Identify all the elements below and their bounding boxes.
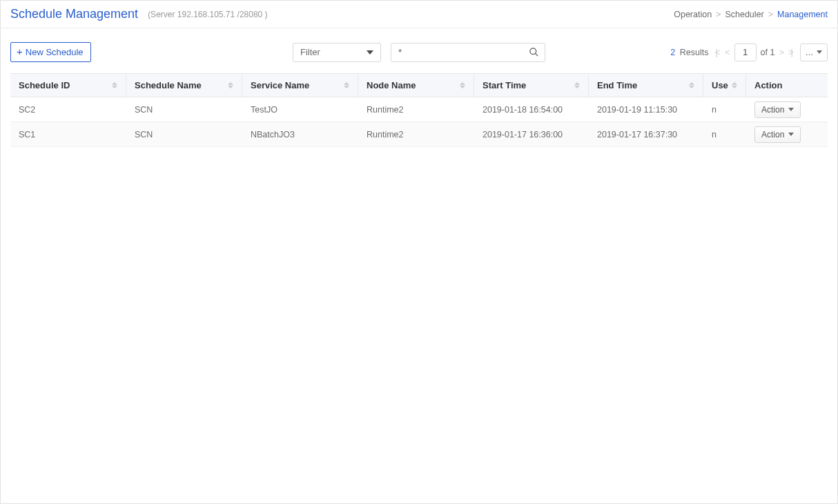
cell-schedule-id: SC2: [10, 97, 126, 122]
page-input[interactable]: [734, 43, 757, 61]
chevron-right-icon: >: [716, 10, 721, 19]
new-schedule-button[interactable]: + New Schedule: [10, 42, 91, 62]
toolbar: + New Schedule Filter 2 Resul: [1, 28, 837, 73]
breadcrumb-level2[interactable]: Scheduler: [725, 10, 763, 19]
row-action-button[interactable]: Action: [754, 126, 801, 143]
cell-service-name: TestJO: [242, 97, 358, 122]
sort-icon: [460, 82, 465, 88]
chevron-down-icon: [367, 50, 373, 55]
cell-node-name: Runtime2: [358, 122, 474, 146]
breadcrumb: Operation > Scheduler > Management: [674, 10, 828, 19]
cell-schedule-name: SCN: [126, 122, 242, 146]
col-service-name[interactable]: Service Name: [242, 74, 358, 97]
page-next-icon[interactable]: >: [779, 47, 784, 57]
filter-select[interactable]: Filter: [293, 43, 381, 62]
chevron-down-icon: [788, 108, 794, 111]
server-info: (Server 192.168.105.71 /28080 ): [148, 10, 267, 19]
results-count: 2: [670, 48, 675, 57]
page-header: Schedule Management (Server 192.168.105.…: [1, 1, 837, 28]
cell-service-name: NBatchJO3: [242, 122, 358, 146]
pager: |< < of 1 > >|: [715, 43, 793, 61]
cell-end-time: 2019-01-19 11:15:30: [589, 97, 703, 122]
search-icon[interactable]: [529, 47, 539, 57]
cell-start-time: 2019-01-18 16:54:00: [474, 97, 589, 122]
cell-schedule-name: SCN: [126, 97, 242, 122]
results-text: 2 Results: [670, 48, 708, 57]
search-input[interactable]: [397, 46, 525, 58]
new-schedule-label: New Schedule: [26, 47, 84, 57]
table-header-row: Schedule ID Schedule Name Service Name N…: [10, 74, 828, 97]
row-action-button[interactable]: Action: [754, 101, 801, 118]
cell-start-time: 2019-01-17 16:36:00: [474, 122, 589, 146]
breadcrumb-level3[interactable]: Management: [777, 10, 828, 19]
table-body: SC2 SCN TestJO Runtime2 2019-01-18 16:54…: [10, 97, 828, 147]
sort-icon: [228, 82, 233, 88]
col-schedule-name[interactable]: Schedule Name: [126, 74, 242, 97]
center-controls: Filter: [293, 43, 545, 62]
plus-icon: +: [17, 46, 23, 57]
table-row[interactable]: SC1 SCN NBatchJO3 Runtime2 2019-01-17 16…: [10, 122, 828, 147]
table-row[interactable]: SC2 SCN TestJO Runtime2 2019-01-18 16:54…: [10, 97, 828, 122]
right-controls: 2 Results |< < of 1 > >| ...: [670, 43, 828, 61]
sort-icon: [344, 82, 349, 88]
chevron-down-icon: [817, 50, 822, 54]
col-end-time[interactable]: End Time: [589, 74, 703, 97]
results-label: Results: [680, 48, 709, 57]
sort-icon: [574, 82, 580, 88]
schedule-table: Schedule ID Schedule Name Service Name N…: [10, 73, 828, 147]
breadcrumb-level1[interactable]: Operation: [674, 10, 712, 19]
svg-point-0: [530, 48, 536, 55]
page-title: Schedule Management: [10, 7, 138, 21]
cell-end-time: 2019-01-17 16:37:30: [589, 122, 703, 146]
page-prev-icon[interactable]: <: [725, 47, 730, 57]
col-action: Action: [746, 74, 828, 97]
col-schedule-id[interactable]: Schedule ID: [10, 74, 126, 97]
app-frame: Schedule Management (Server 192.168.105.…: [0, 0, 838, 504]
cell-use: n: [703, 97, 746, 122]
col-node-name[interactable]: Node Name: [358, 74, 474, 97]
more-label: ...: [806, 47, 813, 57]
page-of-label: of 1: [761, 48, 775, 57]
chevron-down-icon: [788, 133, 794, 136]
page-last-icon[interactable]: >|: [788, 47, 793, 57]
cell-node-name: Runtime2: [358, 97, 474, 122]
sort-icon: [689, 82, 694, 88]
filter-label: Filter: [300, 47, 320, 57]
chevron-right-icon: >: [768, 10, 773, 19]
cell-action: Action: [746, 97, 828, 122]
svg-line-1: [535, 53, 538, 56]
more-menu-button[interactable]: ...: [800, 43, 828, 61]
col-start-time[interactable]: Start Time: [474, 74, 589, 97]
sort-icon: [112, 82, 117, 88]
col-use[interactable]: Use: [703, 74, 746, 97]
cell-use: n: [703, 122, 746, 146]
sort-icon: [732, 82, 737, 88]
cell-action: Action: [746, 122, 828, 146]
page-first-icon[interactable]: |<: [715, 47, 721, 57]
search-box: [391, 43, 545, 62]
cell-schedule-id: SC1: [10, 122, 126, 146]
